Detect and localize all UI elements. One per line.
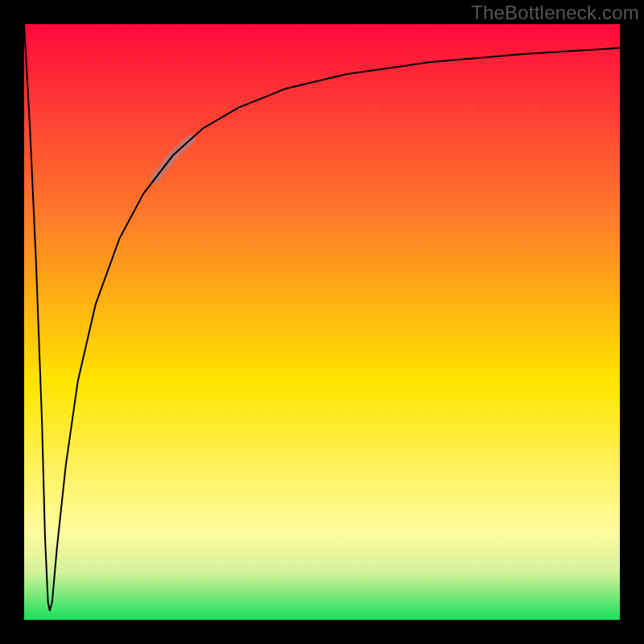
- chart-frame: TheBottleneck.com: [0, 0, 644, 644]
- gradient-background: [24, 24, 620, 620]
- watermark-text: TheBottleneck.com: [471, 2, 639, 24]
- chart-svg: [24, 24, 620, 620]
- plot-area: [24, 24, 620, 620]
